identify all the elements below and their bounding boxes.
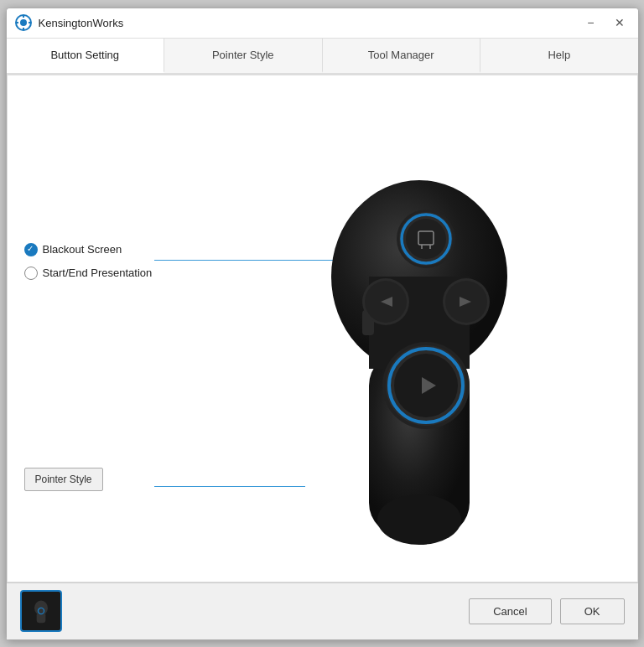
minimize-button[interactable]: − [582, 14, 599, 31]
start-end-label: Start/End Presentation [43, 267, 153, 279]
options-area: Blackout Screen Start/End Presentation [24, 243, 153, 290]
svg-point-1 [20, 19, 27, 26]
window-title: KensingtonWorks [39, 17, 583, 29]
app-icon [15, 14, 32, 31]
tab-help[interactable]: Help [480, 39, 638, 73]
blackout-screen-label: Blackout Screen [43, 243, 122, 256]
close-button[interactable]: ✕ [610, 14, 630, 31]
connector-line-bottom [154, 486, 305, 487]
app-window: KensingtonWorks − ✕ Button Setting Point… [6, 8, 639, 640]
footer-buttons: Cancel OK [469, 598, 624, 624]
svg-point-28 [377, 494, 461, 545]
presenter-image [302, 109, 587, 582]
title-bar: KensingtonWorks − ✕ [7, 8, 638, 39]
blackout-screen-radio[interactable] [24, 243, 38, 256]
tab-button-setting[interactable]: Button Setting [7, 39, 165, 73]
start-end-radio[interactable] [24, 267, 38, 280]
tab-pointer-style[interactable]: Pointer Style [164, 39, 323, 73]
svg-point-13 [406, 219, 446, 259]
blackout-screen-option[interactable]: Blackout Screen [24, 243, 153, 256]
ok-button[interactable]: OK [560, 598, 625, 624]
window-controls: − ✕ [582, 14, 629, 31]
footer: Cancel OK [7, 582, 638, 639]
tab-bar: Button Setting Pointer Style Tool Manage… [7, 39, 638, 75]
cancel-button[interactable]: Cancel [469, 598, 551, 624]
tab-tool-manager[interactable]: Tool Manager [323, 39, 481, 73]
device-thumbnail[interactable] [20, 590, 62, 632]
main-content: Blackout Screen Start/End Presentation P… [7, 75, 638, 582]
start-end-presentation-option[interactable]: Start/End Presentation [24, 267, 153, 280]
pointer-style-button[interactable]: Pointer Style [24, 468, 103, 491]
